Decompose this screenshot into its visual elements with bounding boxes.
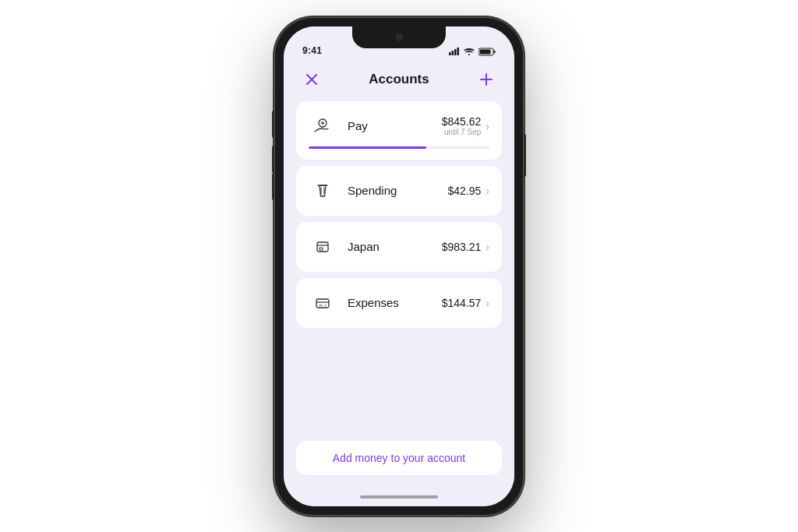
svg-rect-1: [452, 51, 454, 55]
svg-rect-10: [320, 248, 323, 250]
japan-amount: $983.21: [442, 241, 482, 253]
spending-account-right: $42.95 ›: [448, 185, 490, 197]
phone-body: 9:41: [274, 17, 524, 516]
svg-rect-3: [457, 48, 460, 55]
spending-account-icon: [311, 179, 334, 203]
phone-wrapper: 9:41: [274, 17, 524, 516]
app-content: Accounts: [284, 61, 514, 506]
pay-chevron: ›: [486, 120, 489, 132]
status-time: 9:41: [302, 45, 322, 56]
accounts-list: Pay $845.62 until 7 Sep ›: [284, 101, 514, 432]
svg-point-4: [468, 54, 470, 55]
page-title: Accounts: [369, 72, 429, 87]
add-button[interactable]: [474, 67, 499, 92]
japan-icon: [309, 233, 337, 261]
account-card-japan[interactable]: Japan $983.21 ›: [296, 222, 502, 272]
expenses-icon: [309, 289, 337, 317]
pay-subtext: until 7 Sep: [442, 128, 482, 136]
svg-rect-7: [480, 49, 491, 54]
close-icon: [305, 72, 319, 86]
account-card-expenses[interactable]: Expenses $144.57 ›: [296, 278, 502, 328]
pay-progress-bar: [309, 146, 489, 149]
add-money-button[interactable]: Add money to your account: [296, 441, 502, 475]
bottom-section: Add money to your account: [284, 432, 514, 488]
close-button[interactable]: [299, 67, 324, 92]
pay-amount: $845.62: [442, 115, 482, 128]
svg-rect-2: [454, 49, 457, 55]
expenses-chevron: ›: [486, 297, 489, 309]
svg-rect-11: [316, 299, 329, 308]
japan-account-icon: [311, 235, 334, 259]
battery-icon: [478, 48, 496, 56]
notch: [352, 26, 446, 48]
signal-icon: [449, 48, 460, 55]
spending-icon: [309, 177, 337, 205]
wifi-icon: [464, 48, 475, 55]
pay-progress-fill: [309, 146, 426, 149]
expenses-amount: $144.57: [442, 297, 482, 309]
svg-rect-6: [494, 50, 496, 53]
account-card-spending[interactable]: Spending $42.95 ›: [296, 166, 502, 216]
add-icon: [479, 72, 493, 86]
phone-screen: 9:41: [284, 26, 514, 506]
spending-amount: $42.95: [448, 185, 482, 197]
pay-icon: [309, 112, 337, 140]
pay-account-right: $845.62 until 7 Sep ›: [442, 115, 489, 136]
pay-account-icon: [311, 115, 334, 138]
japan-account-right: $983.21 ›: [442, 241, 489, 253]
spending-chevron: ›: [486, 185, 489, 197]
japan-account-name: Japan: [348, 240, 442, 253]
app-header: Accounts: [284, 61, 514, 101]
home-bar: [360, 495, 438, 499]
svg-rect-0: [449, 52, 451, 55]
account-card-pay[interactable]: Pay $845.62 until 7 Sep ›: [296, 101, 502, 160]
status-icons: [449, 48, 496, 56]
pay-account-name: Pay: [348, 119, 442, 132]
expenses-account-icon: [311, 291, 334, 315]
spending-account-name: Spending: [348, 184, 448, 197]
notch-camera: [395, 33, 403, 41]
expenses-account-name: Expenses: [348, 296, 442, 309]
home-indicator: [284, 488, 514, 506]
japan-chevron: ›: [486, 241, 489, 253]
status-bar: 9:41: [284, 26, 514, 61]
expenses-account-right: $144.57 ›: [442, 297, 489, 309]
